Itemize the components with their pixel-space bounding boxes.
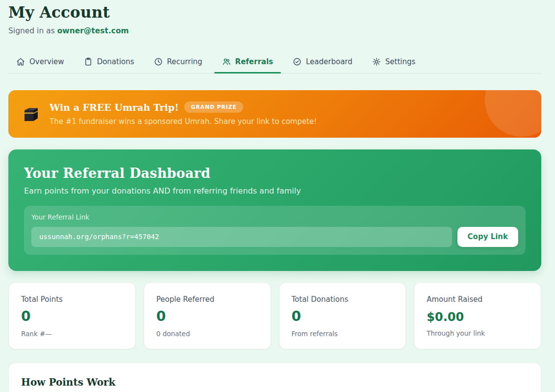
- signed-in-prefix: Signed in as: [8, 26, 57, 35]
- grand-prize-badge: GRAND PRIZE: [184, 101, 243, 113]
- tab-label: Leaderboard: [306, 57, 353, 66]
- copy-link-button[interactable]: Copy Link: [457, 227, 518, 247]
- referral-link-panel: Your Referral Link Copy Link: [24, 206, 526, 255]
- stat-label: Amount Raised: [427, 295, 529, 304]
- kaaba-icon: [21, 104, 41, 123]
- page-container: My Account Signed in as owner@test.com O…: [8, 4, 541, 392]
- referral-dashboard-card: Your Referral Dashboard Earn points from…: [8, 149, 541, 271]
- stat-value: $0.00: [427, 311, 529, 323]
- tab-settings[interactable]: Settings: [364, 50, 424, 73]
- referral-dashboard-title: Your Referral Dashboard: [24, 166, 526, 181]
- stat-sub: 0 donated: [156, 330, 258, 338]
- banner-decor-circle: [485, 90, 541, 137]
- stat-label: Total Points: [21, 295, 123, 304]
- page-title: My Account: [8, 4, 541, 22]
- tab-label: Overview: [29, 57, 64, 66]
- tab-donations[interactable]: Donations: [76, 50, 142, 73]
- gear-icon: [372, 57, 381, 66]
- signed-in-status: Signed in as owner@test.com: [8, 26, 541, 35]
- tab-recurring[interactable]: Recurring: [146, 50, 210, 73]
- stat-label: People Referred: [156, 295, 258, 304]
- stat-value: 0: [292, 309, 394, 324]
- referral-dashboard-subtitle: Earn points from your donations AND from…: [24, 186, 526, 196]
- home-icon: [16, 57, 25, 66]
- banner-text: Win a FREE Umrah Trip! GRAND PRIZE The #…: [50, 101, 317, 126]
- how-points-work-title: How Points Work: [21, 376, 529, 388]
- tab-bar: Overview Donations Recurring Referrals L…: [8, 50, 541, 74]
- tab-label: Settings: [385, 57, 416, 66]
- umrah-prize-banner: Win a FREE Umrah Trip! GRAND PRIZE The #…: [8, 90, 541, 138]
- stat-card-total-points: Total Points 0 Rank #—: [8, 282, 136, 349]
- users-icon: [222, 57, 231, 66]
- tab-label: Recurring: [167, 57, 202, 66]
- stats-grid: Total Points 0 Rank #— People Referred 0…: [8, 282, 541, 349]
- how-points-work-card: How Points Work: [8, 363, 541, 392]
- banner-title: Win a FREE Umrah Trip!: [50, 102, 178, 113]
- stat-sub: Rank #—: [21, 330, 123, 338]
- stat-card-amount-raised: Amount Raised $0.00 Through your link: [414, 282, 541, 349]
- clock-icon: [154, 57, 163, 66]
- stat-card-total-donations: Total Donations 0 From referrals: [279, 282, 406, 349]
- referral-link-label: Your Referral Link: [31, 213, 518, 221]
- stat-sub: Through your link: [427, 329, 529, 337]
- signed-in-email-link[interactable]: owner@test.com: [57, 26, 129, 35]
- stat-value: 0: [21, 309, 123, 324]
- badge-check-icon: [293, 57, 302, 66]
- stat-sub: From referrals: [292, 330, 394, 338]
- stat-label: Total Donations: [292, 295, 394, 304]
- tab-overview[interactable]: Overview: [8, 50, 72, 73]
- tab-referrals[interactable]: Referrals: [214, 50, 281, 73]
- referral-link-input[interactable]: [31, 227, 452, 247]
- banner-subtitle: The #1 fundraiser wins a sponsored Umrah…: [50, 117, 317, 126]
- stat-value: 0: [156, 309, 258, 324]
- stat-card-people-referred: People Referred 0 0 donated: [144, 282, 271, 349]
- clipboard-icon: [84, 57, 93, 66]
- tab-label: Donations: [97, 57, 134, 66]
- tab-label: Referrals: [235, 57, 273, 66]
- tab-leaderboard[interactable]: Leaderboard: [285, 50, 360, 73]
